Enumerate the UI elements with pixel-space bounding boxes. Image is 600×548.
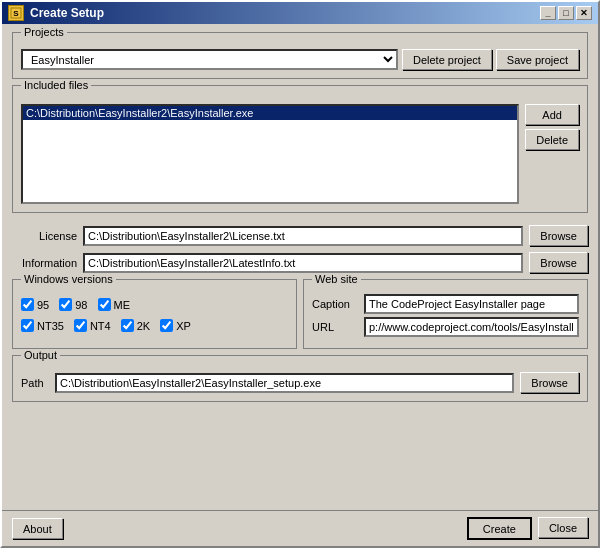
minimize-button[interactable]: _ xyxy=(540,6,556,20)
license-row: License Browse xyxy=(12,225,588,246)
bottom-sections: Windows versions 95 98 ME xyxy=(12,279,588,349)
checkboxes-row2: NT35 NT4 2K XP xyxy=(21,315,288,332)
output-group: Output Path Browse xyxy=(12,355,588,402)
checkbox-98-label: 98 xyxy=(75,299,87,311)
output-row: Path Browse xyxy=(21,366,579,393)
main-content: Projects EasyInstaller Delete project Sa… xyxy=(2,24,598,510)
files-buttons: Add Delete xyxy=(525,104,579,204)
save-project-button[interactable]: Save project xyxy=(496,49,579,70)
footer: About Create Close xyxy=(2,510,598,546)
information-label: Information xyxy=(12,257,77,269)
checkbox-nt4-input[interactable] xyxy=(74,319,87,332)
svg-text:S: S xyxy=(13,9,19,18)
caption-label: Caption xyxy=(312,298,360,310)
list-item[interactable]: C:\Distribution\EasyInstaller2\EasyInsta… xyxy=(23,106,517,120)
checkbox-nt35-label: NT35 xyxy=(37,320,64,332)
delete-project-button[interactable]: Delete project xyxy=(402,49,492,70)
license-label: License xyxy=(12,230,77,242)
project-select-wrapper: EasyInstaller xyxy=(21,49,398,70)
information-browse-button[interactable]: Browse xyxy=(529,252,588,273)
checkbox-xp-input[interactable] xyxy=(160,319,173,332)
checkbox-95-label: 95 xyxy=(37,299,49,311)
windows-versions-label: Windows versions xyxy=(21,273,116,285)
checkbox-95-input[interactable] xyxy=(21,298,34,311)
close-button[interactable]: Close xyxy=(538,517,588,538)
url-input[interactable] xyxy=(364,317,579,337)
web-site-group: Web site Caption URL xyxy=(303,279,588,349)
window-icon: S xyxy=(8,5,24,21)
project-select[interactable]: EasyInstaller xyxy=(21,49,398,70)
checkbox-me-label: ME xyxy=(114,299,131,311)
caption-input[interactable] xyxy=(364,294,579,314)
delete-file-button[interactable]: Delete xyxy=(525,129,579,150)
projects-label: Projects xyxy=(21,26,67,38)
checkbox-2k-input[interactable] xyxy=(121,319,134,332)
projects-row: EasyInstaller Delete project Save projec… xyxy=(21,43,579,70)
checkbox-me-input[interactable] xyxy=(98,298,111,311)
information-input[interactable] xyxy=(83,253,523,273)
close-button[interactable]: ✕ xyxy=(576,6,592,20)
checkbox-2k-label: 2K xyxy=(137,320,150,332)
checkbox-xp-label: XP xyxy=(176,320,191,332)
checkboxes-row1: 95 98 ME xyxy=(21,294,288,311)
caption-row: Caption xyxy=(312,294,579,314)
add-file-button[interactable]: Add xyxy=(525,104,579,125)
checkbox-2k: 2K xyxy=(121,319,150,332)
windows-versions-group: Windows versions 95 98 ME xyxy=(12,279,297,349)
license-browse-button[interactable]: Browse xyxy=(529,225,588,246)
license-info-section: License Browse Information Browse xyxy=(12,219,588,273)
main-window: S Create Setup _ □ ✕ Projects EasyInstal… xyxy=(0,0,600,548)
title-bar: S Create Setup _ □ ✕ xyxy=(2,2,598,24)
caption-url-area: Caption URL xyxy=(312,290,579,337)
url-label: URL xyxy=(312,321,360,333)
output-browse-button[interactable]: Browse xyxy=(520,372,579,393)
included-files-group: Included files C:\Distribution\EasyInsta… xyxy=(12,85,588,213)
checkbox-nt35: NT35 xyxy=(21,319,64,332)
checkbox-95: 95 xyxy=(21,298,49,311)
path-label: Path xyxy=(21,377,49,389)
checkbox-xp: XP xyxy=(160,319,191,332)
output-path-input[interactable] xyxy=(55,373,514,393)
license-input[interactable] xyxy=(83,226,523,246)
checkbox-nt4-label: NT4 xyxy=(90,320,111,332)
output-label: Output xyxy=(21,349,60,361)
information-row: Information Browse xyxy=(12,252,588,273)
maximize-button[interactable]: □ xyxy=(558,6,574,20)
checkbox-98-input[interactable] xyxy=(59,298,72,311)
files-listbox[interactable]: C:\Distribution\EasyInstaller2\EasyInsta… xyxy=(21,104,519,204)
web-site-label: Web site xyxy=(312,273,361,285)
url-row: URL xyxy=(312,317,579,337)
about-button[interactable]: About xyxy=(12,518,63,539)
footer-right: Create Close xyxy=(467,517,588,540)
projects-group: Projects EasyInstaller Delete project Sa… xyxy=(12,32,588,79)
create-button[interactable]: Create xyxy=(467,517,532,540)
checkbox-me: ME xyxy=(98,298,131,311)
title-bar-buttons: _ □ ✕ xyxy=(540,6,592,20)
window-title: Create Setup xyxy=(30,6,534,20)
included-files-label: Included files xyxy=(21,79,91,91)
checkbox-nt35-input[interactable] xyxy=(21,319,34,332)
checkbox-98: 98 xyxy=(59,298,87,311)
checkbox-nt4: NT4 xyxy=(74,319,111,332)
files-area: C:\Distribution\EasyInstaller2\EasyInsta… xyxy=(21,96,579,204)
